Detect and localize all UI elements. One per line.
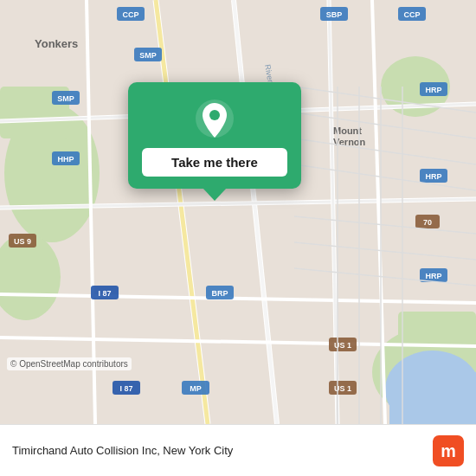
svg-text:m: m: [441, 441, 456, 460]
svg-point-73: [209, 110, 220, 120]
svg-text:BRP: BRP: [211, 289, 228, 298]
svg-text:CCP: CCP: [122, 10, 138, 19]
svg-text:SMP: SMP: [139, 51, 157, 60]
svg-text:US 9: US 9: [14, 237, 31, 246]
location-pin-icon: [194, 98, 235, 139]
svg-text:US 1: US 1: [334, 384, 351, 393]
svg-text:HHP: HHP: [57, 155, 74, 164]
moovit-logo-icon: m: [433, 435, 464, 466]
svg-text:70: 70: [423, 218, 432, 227]
svg-text:HRP: HRP: [425, 272, 441, 280]
svg-text:I 87: I 87: [119, 384, 132, 393]
take-me-there-button[interactable]: Take me there: [142, 148, 287, 177]
svg-text:I 87: I 87: [98, 289, 111, 298]
location-title: Timirchand Auto Collision Inc, New York …: [12, 444, 433, 457]
svg-text:Yonkers: Yonkers: [35, 37, 78, 50]
map-attribution: © OpenStreetMap contributors: [7, 357, 132, 370]
map-container: CCP SBP CCP HRP HRP HRP SMP SMP HHP US 9…: [0, 0, 476, 424]
location-popup: Take me there: [128, 82, 301, 189]
svg-text:CCP: CCP: [403, 10, 420, 19]
svg-text:SMP: SMP: [57, 94, 74, 103]
svg-text:MP: MP: [190, 384, 202, 393]
svg-text:HRP: HRP: [425, 86, 441, 94]
moovit-logo: m: [433, 435, 464, 466]
svg-text:HRP: HRP: [425, 172, 441, 181]
svg-text:US 1: US 1: [334, 341, 351, 350]
svg-text:SBP: SBP: [326, 10, 343, 19]
bottom-bar: Timirchand Auto Collision Inc, New York …: [0, 424, 476, 476]
